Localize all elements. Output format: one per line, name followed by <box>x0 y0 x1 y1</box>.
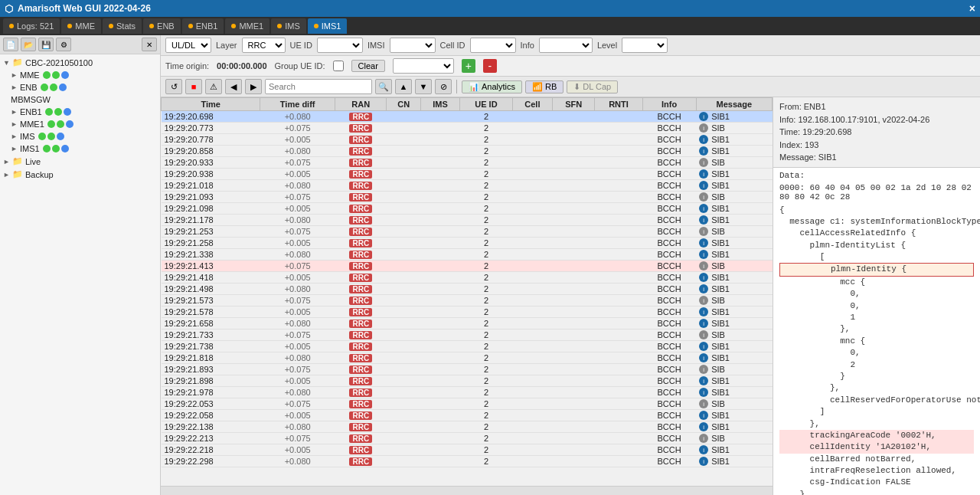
table-row[interactable]: 19:29:21.898 +0.005 RRC 2 BCCH i SIB1 <box>162 375 773 387</box>
tab-mme[interactable]: MME <box>61 18 101 34</box>
sidebar-close-button[interactable]: ✕ <box>142 38 157 51</box>
table-row[interactable]: 19:29:21.978 +0.080 RRC 2 BCCH i SIB1 <box>162 387 773 398</box>
imsi-select[interactable] <box>390 38 436 53</box>
table-row[interactable]: 19:29:21.093 +0.075 RRC 2 BCCH i SIB <box>162 192 773 203</box>
detail-data[interactable]: Data: 0000: 60 40 04 05 00 02 1a 2d 10 2… <box>773 168 980 496</box>
table-row[interactable]: 19:29:20.858 +0.080 RRC 2 BCCH i SIB1 <box>162 146 773 157</box>
tab-label-enb: ENB <box>157 21 175 31</box>
layer-select[interactable]: RRCNASS1APALL <box>242 38 286 53</box>
restart-button[interactable]: ↺ <box>165 79 182 94</box>
cell-ran: RRC <box>335 215 387 226</box>
table-row[interactable]: 19:29:21.573 +0.075 RRC 2 BCCH i SIB <box>162 295 773 307</box>
analytics-button[interactable]: 📊 Analytics <box>462 80 522 93</box>
pause-button[interactable]: ⚠ <box>205 79 222 94</box>
tab-enb[interactable]: ENB <box>143 18 181 34</box>
table-row[interactable]: 19:29:22.298 +0.080 RRC 2 BCCH i SIB1 <box>162 456 773 467</box>
nav-down-button[interactable]: ▼ <box>415 79 432 94</box>
table-row[interactable]: 19:29:20.778 +0.005 RRC 2 BCCH i SIB1 <box>162 134 773 146</box>
log-table-wrap[interactable]: Time Time diff RAN CN IMS UE ID Cell SFN… <box>161 97 773 486</box>
table-row[interactable]: 19:29:21.098 +0.005 RRC 2 BCCH i SIB1 <box>162 203 773 215</box>
tab-logs[interactable]: Logs: 521 <box>3 18 60 34</box>
table-row[interactable]: 19:29:21.818 +0.080 RRC 2 BCCH i SIB1 <box>162 352 773 364</box>
rb-button[interactable]: 📶 RB <box>525 80 564 93</box>
sidebar-item-cbc[interactable]: ▼📁CBC-2021050100 <box>0 56 160 69</box>
table-row[interactable]: 19:29:22.058 +0.005 RRC 2 BCCH i SIB1 <box>162 410 773 421</box>
prev-button[interactable]: ◀ <box>225 79 242 94</box>
search-button[interactable]: 🔍 <box>375 79 392 94</box>
sidebar-item-enb1[interactable]: ►ENB1 <box>0 106 160 118</box>
table-row[interactable]: 19:29:20.938 +0.005 RRC 2 BCCH i SIB1 <box>162 169 773 180</box>
search-input[interactable] <box>265 79 372 94</box>
table-row[interactable]: 19:29:21.338 +0.080 RRC 2 BCCH i SIB1 <box>162 249 773 261</box>
sidebar-save-button[interactable]: 💾 <box>38 38 54 51</box>
cellid-select[interactable] <box>470 38 516 53</box>
table-row[interactable]: 19:29:21.578 +0.005 RRC 2 BCCH i SIB1 <box>162 307 773 318</box>
cell-timediff: +0.075 <box>260 226 335 238</box>
close-icon[interactable]: × <box>969 2 975 15</box>
sidebar-item-ims[interactable]: ►IMS <box>0 130 160 143</box>
add-button[interactable]: + <box>462 59 475 73</box>
cell-cell <box>512 456 552 467</box>
sidebar-item-ims1[interactable]: ►IMS1 <box>0 143 160 155</box>
sidebar-item-backup[interactable]: ►📁Backup <box>0 168 160 181</box>
table-row[interactable]: 19:29:22.053 +0.075 RRC 2 BCCH i SIB <box>162 398 773 410</box>
table-row[interactable]: 19:29:21.018 +0.080 RRC 2 BCCH i SIB1 <box>162 180 773 192</box>
table-row[interactable]: 19:29:22.138 +0.080 RRC 2 BCCH i SIB1 <box>162 421 773 433</box>
sidebar-item-live[interactable]: ►📁Live <box>0 155 160 168</box>
level-select[interactable] <box>622 38 668 53</box>
cell-message: i SIB1 <box>696 421 772 433</box>
cell-timediff: +0.075 <box>260 192 335 203</box>
table-row[interactable]: 19:29:20.773 +0.075 RRC 2 BCCH i SIB <box>162 123 773 134</box>
sidebar-item-mbmsgw[interactable]: MBMSGW <box>0 93 160 106</box>
table-row[interactable]: 19:29:21.418 +0.005 RRC 2 BCCH i SIB1 <box>162 272 773 284</box>
sidebar-settings-button[interactable]: ⚙ <box>56 38 71 51</box>
table-row[interactable]: 19:29:21.178 +0.080 RRC 2 BCCH i SIB1 <box>162 215 773 226</box>
stop-button[interactable]: ■ <box>185 79 202 94</box>
filter-button[interactable]: ⊘ <box>435 79 452 94</box>
table-row[interactable]: 19:29:21.893 +0.075 RRC 2 BCCH i SIB <box>162 364 773 375</box>
tab-stats[interactable]: Stats <box>103 18 142 34</box>
clear-button[interactable]: Clear <box>351 60 385 72</box>
table-row[interactable]: 19:29:20.933 +0.075 RRC 2 BCCH i SIB <box>162 157 773 169</box>
sidebar-new-button[interactable]: 📄 <box>3 38 18 51</box>
minus-button[interactable]: - <box>483 59 497 73</box>
group-ue-checkbox[interactable] <box>333 61 344 71</box>
sidebar-item-mme[interactable]: ►MME <box>0 69 160 81</box>
table-row[interactable]: 19:29:21.498 +0.080 RRC 2 BCCH i SIB1 <box>162 284 773 295</box>
msg-badge: i <box>699 434 708 443</box>
table-row[interactable]: 19:29:22.213 +0.075 RRC 2 BCCH i SIB <box>162 433 773 444</box>
tab-mme1[interactable]: MME1 <box>225 18 270 34</box>
sidebar-open-button[interactable]: 📂 <box>21 38 36 51</box>
tab-enb1[interactable]: ENB1 <box>182 18 224 34</box>
display-select[interactable] <box>393 58 454 74</box>
cell-ueid: 2 <box>460 341 513 352</box>
tab-ims[interactable]: IMS <box>271 18 306 34</box>
table-row[interactable]: 19:29:21.258 +0.005 RRC 2 BCCH i SIB1 <box>162 238 773 249</box>
cell-message: i SIB1 <box>696 341 772 352</box>
table-row[interactable]: 19:29:20.698 +0.080 RRC 2 BCCH i SIB1 <box>162 111 773 123</box>
msg-badge: i <box>699 250 708 259</box>
cell-rnti <box>595 203 642 215</box>
bottom-scrollbar[interactable] <box>161 486 773 495</box>
ueid-select[interactable] <box>317 38 363 53</box>
info-select[interactable] <box>539 38 593 53</box>
direction-select[interactable]: UL/DLULDL <box>165 38 211 53</box>
cell-ueid: 2 <box>460 192 513 203</box>
table-row[interactable]: 19:29:21.658 +0.080 RRC 2 BCCH i SIB1 <box>162 318 773 329</box>
table-row[interactable]: 19:29:21.413 +0.075 RRC 2 BCCH i SIB <box>162 261 773 272</box>
cell-ims <box>421 203 460 215</box>
sidebar-item-enb[interactable]: ►ENB <box>0 81 160 93</box>
sidebar-item-mme1[interactable]: ►MME1 <box>0 118 160 130</box>
table-row[interactable]: 19:29:21.253 +0.075 RRC 2 BCCH i SIB <box>162 226 773 238</box>
cell-cn <box>387 226 421 238</box>
next-button[interactable]: ▶ <box>245 79 262 94</box>
table-row[interactable]: 19:29:21.733 +0.075 RRC 2 BCCH i SIB <box>162 329 773 341</box>
tab-ims1[interactable]: IMS1 <box>308 18 348 34</box>
dl-cap-button[interactable]: ⬇ DL Cap <box>567 80 618 93</box>
cell-sfn <box>553 146 595 157</box>
table-row[interactable]: 19:29:22.218 +0.005 RRC 2 BCCH i SIB1 <box>162 444 773 456</box>
nav-up-button[interactable]: ▲ <box>395 79 412 94</box>
table-row[interactable]: 19:29:21.738 +0.005 RRC 2 BCCH i SIB1 <box>162 341 773 352</box>
msg-badge: i <box>699 146 708 156</box>
cell-ueid: 2 <box>460 249 513 261</box>
